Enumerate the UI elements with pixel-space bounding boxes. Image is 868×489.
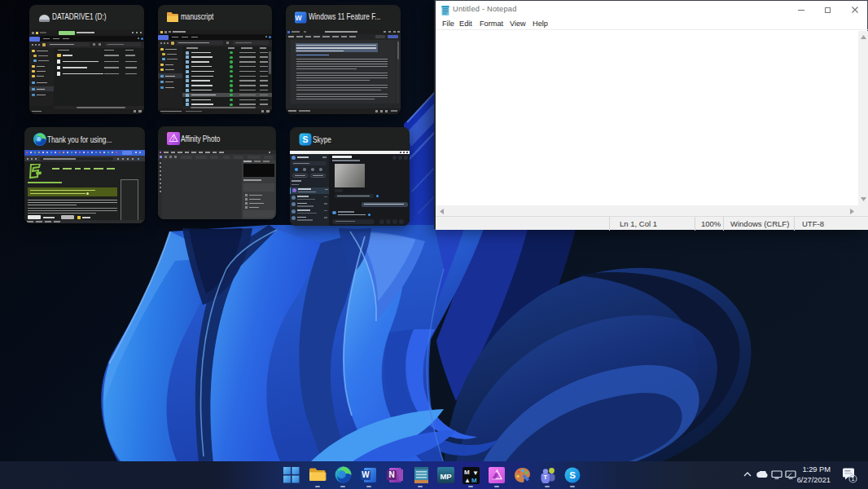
svg-text:N: N — [388, 470, 394, 479]
svg-text:MP: MP — [440, 472, 452, 481]
svg-text:W: W — [296, 14, 303, 22]
svg-text:W: W — [362, 470, 370, 479]
svg-text:▲: ▲ — [464, 476, 471, 483]
svg-text:▼: ▼ — [472, 469, 479, 476]
svg-text:M: M — [464, 469, 470, 476]
svg-text:S: S — [569, 470, 576, 480]
svg-text:T: T — [544, 474, 548, 481]
svg-text:S: S — [302, 134, 308, 144]
svg-text:1: 1 — [851, 475, 855, 482]
svg-text:M: M — [471, 477, 477, 484]
